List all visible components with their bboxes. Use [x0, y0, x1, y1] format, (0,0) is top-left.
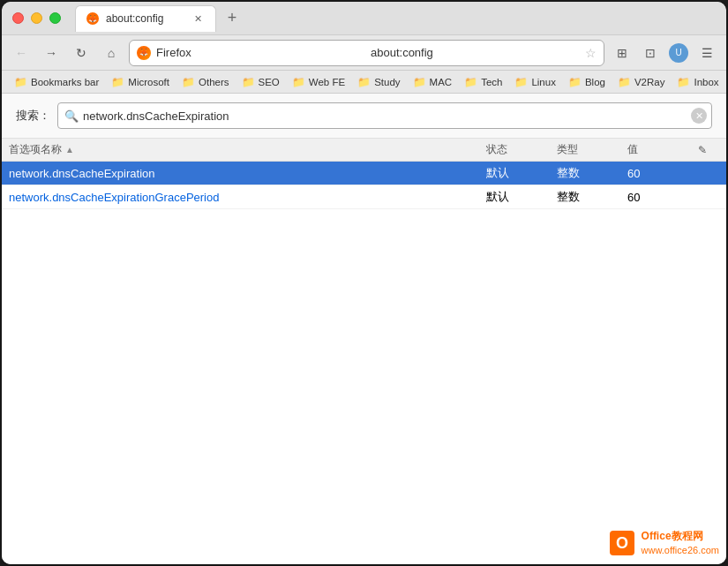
bookmark-item-microsoft[interactable]: 📁 Microsoft	[106, 74, 175, 90]
menu-button[interactable]: ☰	[694, 41, 719, 65]
folder-icon: 📁	[514, 76, 528, 88]
bookmark-item-study[interactable]: 📁 Study	[352, 74, 405, 90]
folder-icon: 📁	[357, 76, 371, 88]
office-logo-icon: O	[608, 529, 636, 557]
folder-icon: 📁	[292, 76, 305, 88]
column-header-value[interactable]: 值	[627, 142, 698, 157]
column-status-label: 状态	[486, 143, 507, 155]
bookmark-item-webfe[interactable]: 📁 Web FE	[287, 74, 350, 90]
search-input-wrapper: 🔍 ✕	[57, 102, 712, 129]
watermark: O Office教程网 www.office26.com	[608, 529, 719, 557]
traffic-lights	[12, 12, 61, 24]
bookmark-star-icon[interactable]: ☆	[585, 46, 597, 60]
bookmark-label: Linux	[531, 77, 556, 87]
profile-icon[interactable]: U	[666, 41, 691, 65]
maximize-button[interactable]	[49, 12, 61, 24]
bookmark-label: Study	[374, 77, 400, 87]
sync-icon[interactable]: ⊡	[638, 41, 663, 65]
library-icon[interactable]: ⊞	[610, 41, 634, 65]
folder-icon: 📁	[111, 76, 124, 88]
bookmark-item-v2ray[interactable]: 📁 V2Ray	[612, 74, 671, 90]
title-bar: 🦊 about:config ✕ +	[2, 2, 726, 35]
preferences-table: 首选项名称 ▲ 状态 类型 值 ✎ network.dnsCacheExpir	[2, 139, 726, 564]
home-button[interactable]: ⌂	[99, 41, 124, 65]
search-clear-button[interactable]: ✕	[691, 108, 707, 124]
sort-arrow-icon: ▲	[65, 145, 74, 155]
pref-type: 整数	[557, 165, 627, 181]
firefox-logo-icon: 🦊	[137, 46, 151, 60]
bookmark-item-mac[interactable]: 📁 MAC	[408, 74, 458, 90]
folder-icon: 📁	[677, 76, 690, 88]
bookmarks-bar: 📁 Bookmarks bar 📁 Microsoft 📁 Others 📁 S…	[2, 71, 726, 94]
address-text: Firefox	[156, 46, 365, 59]
tab-favicon-icon: 🦊	[86, 12, 99, 25]
folder-icon: 📁	[413, 76, 426, 88]
column-type-label: 类型	[557, 143, 578, 155]
folder-icon: 📁	[242, 76, 255, 88]
bookmark-item-others[interactable]: 📁 Others	[176, 74, 235, 90]
column-header-status[interactable]: 状态	[486, 142, 557, 157]
avatar: U	[669, 43, 688, 63]
tab-bar: 🦊 about:config ✕ +	[75, 5, 716, 32]
bookmark-label: SEO	[259, 77, 280, 87]
back-button[interactable]: ←	[9, 41, 34, 65]
edit-icon: ✎	[698, 144, 707, 156]
column-header-edit: ✎	[698, 144, 719, 156]
bookmark-item-tech[interactable]: 📁 Tech	[459, 74, 507, 90]
pref-value: 60	[627, 167, 698, 180]
watermark-line2: www.office26.com	[642, 544, 719, 556]
reload-button[interactable]: ↻	[69, 41, 94, 65]
bookmark-label: Tech	[481, 77, 502, 87]
folder-icon: 📁	[568, 76, 582, 88]
bookmark-label: Bookmarks bar	[31, 77, 99, 87]
search-area: 搜索： 🔍 ✕	[2, 94, 726, 139]
column-header-type[interactable]: 类型	[557, 142, 627, 157]
browser-window: 🦊 about:config ✕ + ← → ↻ ⌂ 🦊 Firefox abo…	[2, 2, 726, 564]
bookmark-label: Others	[199, 77, 229, 87]
pref-status: 默认	[486, 189, 557, 205]
bookmark-label: Microsoft	[128, 77, 169, 87]
column-name-label: 首选项名称	[9, 142, 62, 157]
bookmark-label: Inbox	[694, 77, 718, 87]
table-row[interactable]: network.dnsCacheExpirationGracePeriod 默认…	[2, 185, 726, 209]
watermark-text: Office教程网 www.office26.com	[642, 530, 719, 556]
column-header-name[interactable]: 首选项名称 ▲	[9, 142, 486, 157]
bookmark-item-blog[interactable]: 📁 Blog	[563, 74, 611, 90]
bookmark-label: V2Ray	[634, 77, 665, 87]
watermark-line1: Office教程网	[642, 530, 719, 544]
address-url: about:config	[371, 46, 580, 59]
tab-close-button[interactable]: ✕	[191, 11, 205, 26]
nav-bar: ← → ↻ ⌂ 🦊 Firefox about:config ☆ ⊞ ⊡ U ☰	[2, 35, 726, 71]
bookmark-item-inbox[interactable]: 📁 Inbox	[672, 74, 724, 90]
bookmark-label: Blog	[585, 77, 605, 87]
bookmark-item-bookmarksbar[interactable]: 📁 Bookmarks bar	[9, 74, 104, 90]
bookmark-item-linux[interactable]: 📁 Linux	[509, 74, 561, 90]
tab-title: about:config	[106, 12, 184, 25]
page-content: 搜索： 🔍 ✕ 首选项名称 ▲ 状态 类型	[2, 94, 726, 564]
pref-type: 整数	[557, 189, 627, 205]
pref-name: network.dnsCacheExpiration	[9, 167, 486, 180]
close-button[interactable]	[12, 12, 24, 24]
folder-icon: 📁	[464, 76, 477, 88]
minimize-button[interactable]	[31, 12, 42, 24]
pref-status: 默认	[486, 165, 557, 181]
column-value-label: 值	[627, 143, 638, 155]
search-label: 搜索：	[16, 108, 50, 124]
nav-right-icons: ⊞ ⊡ U ☰	[610, 41, 719, 65]
svg-text:O: O	[616, 534, 628, 552]
address-bar[interactable]: 🦊 Firefox about:config ☆	[129, 40, 604, 66]
folder-icon: 📁	[182, 76, 195, 88]
active-tab[interactable]: 🦊 about:config ✕	[75, 5, 216, 32]
bookmark-item-seo[interactable]: 📁 SEO	[236, 74, 285, 90]
folder-icon: 📁	[618, 76, 631, 88]
bookmark-label: MAC	[430, 77, 453, 87]
table-row[interactable]: network.dnsCacheExpiration 默认 整数 60	[2, 162, 726, 185]
pref-name: network.dnsCacheExpirationGracePeriod	[9, 191, 486, 204]
forward-button[interactable]: →	[39, 41, 64, 65]
search-icon: 🔍	[64, 109, 79, 123]
search-input[interactable]	[57, 102, 712, 129]
new-tab-button[interactable]: +	[220, 6, 244, 31]
folder-icon: 📁	[14, 76, 27, 88]
bookmark-label: Web FE	[309, 77, 345, 87]
pref-value: 60	[627, 191, 698, 204]
